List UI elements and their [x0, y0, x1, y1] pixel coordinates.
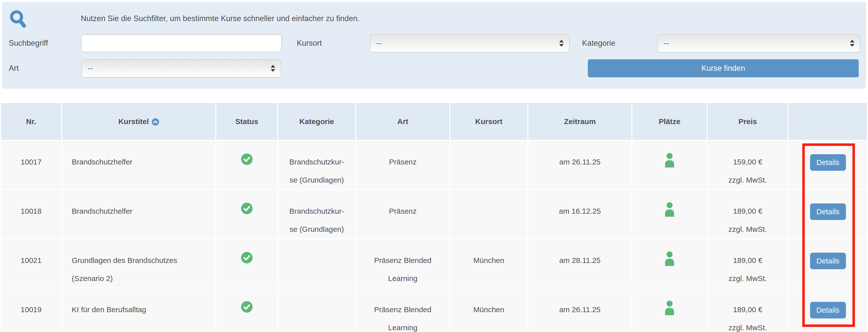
cell-kursort: München: [450, 288, 527, 332]
cell-kategorie: [278, 288, 355, 332]
cell-nr: 10021: [1, 239, 61, 287]
details-button[interactable]: Details: [810, 154, 846, 171]
cell-zeitraum: am 26.11.25: [528, 141, 631, 189]
cell-plaetze: [632, 288, 707, 332]
col-header-art: Art: [356, 103, 449, 140]
table-row: 10017 Brandschutzhelfer Brandschutzkur-s…: [1, 141, 867, 189]
table-row: 10021 Grundlagen des Brandschutzes (Szen…: [1, 239, 867, 287]
col-header-kursort: Kursort: [450, 103, 527, 140]
cell-kurstitel: KI für den Berufsalltag: [62, 288, 215, 332]
art-label: Art: [9, 59, 19, 77]
kategorie-select[interactable]: --: [657, 34, 860, 52]
kursort-selected-value: --: [376, 39, 381, 48]
cell-details: Details: [789, 141, 867, 189]
cell-details: Details: [789, 190, 867, 238]
cell-status: [216, 288, 277, 332]
plaetze-person-icon: [663, 308, 676, 317]
cell-details: Details: [789, 288, 867, 332]
select-arrows-icon: [271, 65, 275, 72]
cell-kursort: [450, 141, 527, 189]
cell-art: Präsenz: [356, 190, 449, 238]
col-header-status: Status: [216, 103, 277, 140]
search-filter-panel: Nutzen Sie die Suchfilter, um bestimmte …: [2, 2, 866, 89]
search-icon: [9, 10, 27, 29]
suchbegriff-input[interactable]: [81, 34, 282, 52]
cell-nr: 10019: [1, 288, 61, 332]
cell-zeitraum: am 16.12.25: [528, 190, 631, 238]
cell-kategorie: Brandschutzkur-se (Grundlagen): [278, 190, 355, 238]
cell-art: Präsenz: [356, 141, 449, 189]
cell-plaetze: [632, 239, 707, 287]
select-arrows-icon: [850, 40, 855, 47]
cell-status: [216, 190, 277, 238]
cell-nr: 10017: [1, 141, 61, 189]
sort-ascending-icon[interactable]: [152, 118, 159, 126]
status-check-circle-icon: [241, 306, 253, 314]
plaetze-person-icon: [663, 161, 676, 169]
status-check-circle-icon: [241, 257, 253, 265]
cell-kurstitel: Grundlagen des Brandschutzes (Szenario 2…: [62, 239, 215, 287]
plaetze-person-icon: [663, 259, 676, 268]
col-header-details: [789, 103, 867, 140]
status-check-circle-icon: [241, 208, 253, 216]
table-header-row: Nr. Kurstitel Status Kategorie Art Kurso…: [1, 103, 867, 140]
kurse-finden-button[interactable]: Kurse finden: [588, 59, 859, 77]
cell-zeitraum: am 28.11.25: [528, 239, 631, 287]
filter-intro-text: Nutzen Sie die Suchfilter, um bestimmte …: [81, 13, 360, 24]
kursort-select[interactable]: --: [370, 34, 569, 52]
art-selected-value: --: [88, 64, 93, 73]
art-select[interactable]: --: [82, 59, 281, 77]
cell-art: Präsenz BlendedLearning: [356, 239, 449, 287]
cell-preis: 189,00 €zzgl. MwSt.: [708, 190, 788, 238]
col-header-zeitraum: Zeitraum: [528, 103, 631, 140]
cell-kurstitel: Brandschutzhelfer: [62, 141, 215, 189]
cell-kurstitel: Brandschutzhelfer: [62, 190, 215, 238]
cell-plaetze: [632, 190, 707, 238]
status-check-circle-icon: [241, 158, 253, 166]
kategorie-label: Kategorie: [582, 34, 615, 52]
col-header-plaetze: Plätze: [632, 103, 707, 140]
cell-preis: 189,00 €zzgl. MwSt.: [708, 288, 788, 332]
plaetze-person-icon: [663, 210, 676, 218]
cell-kursort: München: [450, 239, 527, 287]
select-arrows-icon: [559, 40, 564, 47]
cell-art: Präsenz BlendedLearning: [356, 288, 449, 332]
suchbegriff-label: Suchbegriff: [9, 34, 48, 52]
cell-kategorie: [278, 239, 355, 287]
cell-nr: 10018: [1, 190, 61, 238]
col-header-preis: Preis: [708, 103, 788, 140]
kursort-label: Kursort: [297, 34, 322, 52]
cell-status: [216, 239, 277, 287]
kategorie-selected-value: --: [664, 39, 669, 48]
cell-kategorie: Brandschutzkur-se (Grundlagen): [278, 141, 355, 189]
col-header-kurstitel[interactable]: Kurstitel: [62, 103, 215, 140]
details-button[interactable]: Details: [810, 203, 846, 220]
cell-status: [216, 141, 277, 189]
cell-kursort: [450, 190, 527, 238]
col-header-nr: Nr.: [1, 103, 61, 140]
cell-plaetze: [632, 141, 707, 189]
courses-table: Nr. Kurstitel Status Kategorie Art Kurso…: [0, 102, 868, 332]
table-row: 10018 Brandschutzhelfer Brandschutzkur-s…: [1, 190, 867, 238]
cell-zeitraum: am 26.11.25: [528, 288, 631, 332]
cell-details: Details: [789, 239, 867, 287]
cell-preis: 159,00 €zzgl. MwSt.: [708, 141, 788, 189]
table-row: 10019 KI für den Berufsalltag Präsenz Bl…: [1, 288, 867, 332]
details-button[interactable]: Details: [810, 302, 846, 319]
col-header-kategorie: Kategorie: [278, 103, 355, 140]
details-button[interactable]: Details: [810, 253, 846, 269]
cell-preis: 189,00 €zzgl. MwSt.: [708, 239, 788, 287]
